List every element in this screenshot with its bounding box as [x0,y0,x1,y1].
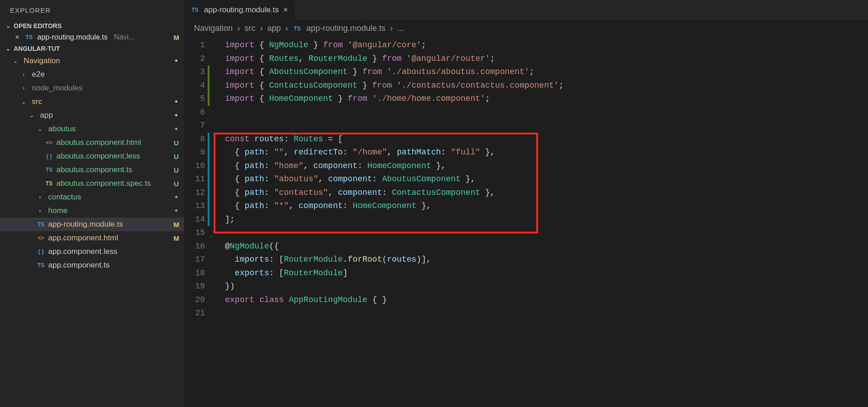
file-label: aboutus.component.spec.ts [56,179,170,188]
tree-file-app-routing[interactable]: TS app-routing.module.ts M [0,218,184,231]
ts-icon: TS [25,34,34,40]
code-editor[interactable]: 123456789101112131415161718192021 import… [184,37,868,320]
code-line[interactable]: import { HomeComponent } from './home/ho… [225,92,868,106]
code-line[interactable]: ]; [225,213,868,227]
tab-label: app-routing.module.ts [204,5,279,15]
open-editor-row[interactable]: × TS app-routing.module.ts Navi... M [0,31,184,43]
line-number: 8 [184,133,205,146]
explorer-title: EXPLORER [0,0,184,20]
open-editors-header[interactable]: ⌄ OPEN EDITORS [0,20,184,31]
untracked-dot-icon: • [172,126,180,132]
breadcrumb-seg[interactable]: Navigation [194,24,233,33]
status-badge: U [172,139,180,147]
explorer-sidebar: EXPLORER ⌄ OPEN EDITORS × TS app-routing… [0,0,184,407]
chevron-right-icon: › [36,194,44,200]
line-number: 16 [184,240,205,253]
tree-folder-node-modules[interactable]: › node_modules [0,81,184,95]
code-line[interactable]: import { AboutusComponent } from './abou… [225,65,868,79]
chevron-down-icon: ⌄ [5,45,12,52]
close-icon[interactable]: × [14,33,21,41]
editor-area: TS app-routing.module.ts × Navigation › … [184,0,868,407]
folder-label: e2e [32,70,180,79]
line-number: 1 [184,39,205,52]
code-line[interactable]: { path: "aboutus", component: AboutusCom… [225,173,868,186]
code-line[interactable] [225,307,868,320]
tab-app-routing[interactable]: TS app-routing.module.ts × [184,0,294,20]
project-header[interactable]: ⌄ ANGULAR-TUT [0,43,184,54]
file-tree: ⌄ Navigation • › e2e › node_modules ⌄ sr… [0,54,184,276]
code-line[interactable]: imports: [RouterModule.forRoot(routes)], [225,253,868,267]
code-line[interactable] [225,226,868,240]
code-line[interactable]: import { ContactusComponent } from './co… [225,79,868,93]
status-badge: M [172,221,180,228]
ts-spec-icon: TS [45,180,54,187]
code-line[interactable] [225,106,868,119]
tree-folder-aboutus[interactable]: ⌄ aboutus • [0,122,184,136]
ts-icon: TS [293,25,302,32]
breadcrumb[interactable]: Navigation › src › app › TS app-routing.… [184,20,868,37]
breadcrumb-seg[interactable]: src [244,24,255,33]
tree-folder-home[interactable]: › home • [0,204,184,218]
file-label: aboutus.component.less [56,152,170,161]
line-number: 10 [184,159,205,173]
chevron-right-icon: › [20,85,27,91]
code-line[interactable]: import { Routes, RouterModule } from '@a… [225,52,868,66]
tab-bar: TS app-routing.module.ts × [184,0,868,20]
modified-dot-icon: • [172,99,180,105]
breadcrumb-seg[interactable]: ... [397,24,404,33]
folder-label: aboutus [48,124,170,134]
tree-folder-e2e[interactable]: › e2e [0,68,184,81]
code-line[interactable]: { path: "", redirectTo: "/home", pathMat… [225,146,868,159]
ts-icon: TS [36,262,45,268]
code-line[interactable]: const routes: Routes = [ [225,133,868,146]
tree-folder-src[interactable]: ⌄ src • [0,95,184,109]
modified-dot-icon: • [172,58,180,64]
code-line[interactable]: import { NgModule } from '@angular/core'… [225,39,868,52]
code-line[interactable]: { path: "home", component: HomeComponent… [225,159,868,173]
tree-file-app-less[interactable]: { } app.component.less [0,245,184,258]
tree-file-app-html[interactable]: <> app.component.html M [0,231,184,245]
line-number: 17 [184,253,205,267]
tree-file-aboutus-ts[interactable]: TS aboutus.component.ts U [0,163,184,177]
ts-icon: TS [45,167,54,173]
chevron-right-icon: › [285,24,288,33]
chevron-right-icon: › [237,24,240,33]
chevron-down-icon: ⌄ [28,112,35,119]
breadcrumb-seg[interactable]: app-routing.module.ts [306,24,385,33]
folder-label: home [48,206,170,215]
status-badge: M [172,34,180,41]
code-line[interactable]: }) [225,280,868,293]
tree-file-app-ts[interactable]: TS app.component.ts [0,258,184,272]
open-file-name: app-routing.module.ts [37,33,108,41]
tree-file-aboutus-less[interactable]: { } aboutus.component.less U [0,149,184,163]
untracked-dot-icon: • [172,194,180,200]
code-line[interactable]: @NgModule({ [225,240,868,253]
chevron-down-icon: ⌄ [5,23,12,29]
modified-dot-icon: • [172,112,180,119]
line-number: 4 [184,79,205,93]
tree-file-aboutus-spec[interactable]: TS aboutus.component.spec.ts U [0,177,184,190]
status-badge: M [172,234,180,242]
less-icon: { } [36,248,45,255]
tree-folder-navigation[interactable]: ⌄ Navigation • [0,54,184,68]
code-content[interactable]: import { NgModule } from '@angular/core'… [215,39,868,320]
close-icon[interactable]: × [283,5,288,15]
untracked-dot-icon: • [172,208,180,214]
code-line[interactable]: { path: "contactus", component: Contactu… [225,186,868,200]
chevron-right-icon: › [260,24,263,33]
tree-folder-app[interactable]: ⌄ app • [0,109,184,122]
status-badge: U [172,180,180,188]
project-name: ANGULAR-TUT [14,45,60,52]
line-number: 3 [184,65,205,79]
code-line[interactable] [225,119,868,133]
open-file-path: Navi... [114,33,169,41]
code-line[interactable]: export class AppRoutingModule { } [225,293,868,307]
breadcrumb-seg[interactable]: app [267,24,281,33]
tree-file-aboutus-html[interactable]: <> aboutus.component.html U [0,136,184,149]
ts-icon: TS [190,7,200,13]
code-line[interactable]: exports: [RouterModule] [225,267,868,280]
tree-folder-contactus[interactable]: › contactus • [0,190,184,204]
line-number: 15 [184,226,205,240]
line-number: 5 [184,92,205,106]
code-line[interactable]: { path: "*", component: HomeComponent }, [225,199,868,213]
